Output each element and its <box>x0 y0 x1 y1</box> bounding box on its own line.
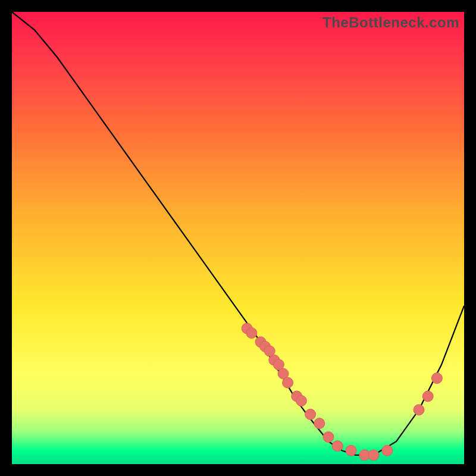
scatter-dot <box>305 409 316 419</box>
curve-line <box>12 12 464 455</box>
scatter-dot <box>283 377 293 388</box>
scatter-dot <box>414 405 424 415</box>
watermark-text: TheBottleneck.com <box>322 14 459 31</box>
scatter-dot <box>382 445 393 456</box>
scatter-dot <box>246 328 257 339</box>
chart-area: TheBottleneck.com <box>12 12 464 464</box>
scatter-dot <box>346 445 356 456</box>
chart-overlay <box>12 12 464 464</box>
scatter-dot <box>431 373 442 384</box>
scatter-dot <box>368 450 379 461</box>
scatter-dots <box>242 323 442 461</box>
scatter-dot <box>422 391 433 402</box>
scatter-dot <box>332 441 343 452</box>
scatter-dot <box>296 396 306 406</box>
scatter-dot <box>314 418 325 429</box>
scatter-dot <box>323 431 334 442</box>
